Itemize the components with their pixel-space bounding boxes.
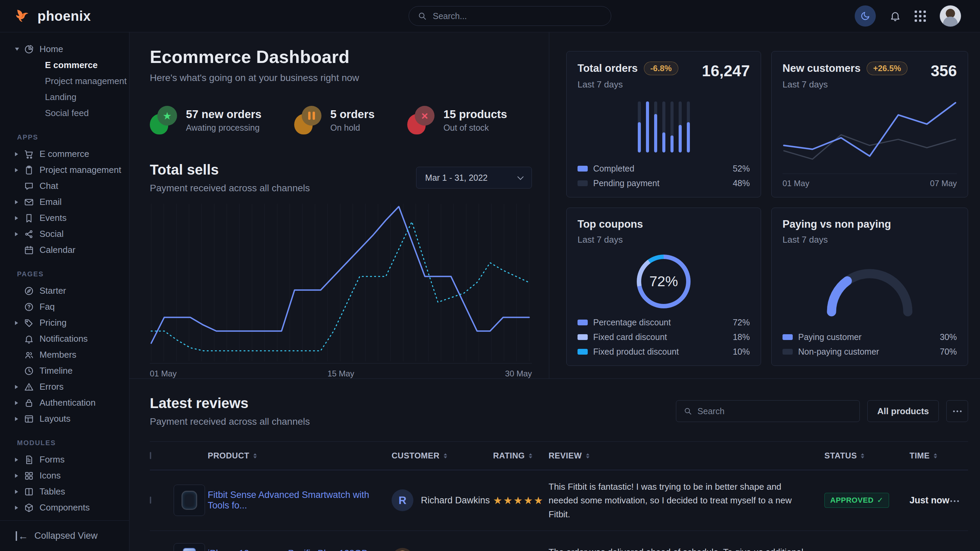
legend-nonpaying-customer: Non-paying customer 70% xyxy=(783,347,957,357)
order-bar xyxy=(662,102,665,152)
column-status[interactable]: STATUS xyxy=(824,451,910,460)
chevron-right-icon xyxy=(15,216,18,220)
row-menu-icon[interactable] xyxy=(950,500,959,502)
collapse-sidebar-button[interactable]: ← Collapsed View xyxy=(0,520,129,551)
check-icon: ✓ xyxy=(877,496,883,505)
sidebar-item-members[interactable]: Members xyxy=(0,347,129,363)
ellipsis-icon xyxy=(953,410,962,412)
sidebar-item-events[interactable]: Events xyxy=(0,210,129,226)
paying-gauge-chart xyxy=(783,245,957,332)
legend-fixed-product-discount: Fixed product discount 10% xyxy=(578,347,750,357)
sidebar-item-calendar[interactable]: Calendar xyxy=(0,242,129,258)
product-thumbnail-iphone[interactable] xyxy=(173,543,205,551)
nine-dots-icon xyxy=(915,11,926,22)
date-range-select[interactable]: Mar 1 - 31, 2022 xyxy=(416,167,532,189)
sidebar-item-home[interactable]: Home xyxy=(0,41,129,57)
chevron-right-icon xyxy=(15,417,18,421)
order-bar xyxy=(670,102,673,152)
sidebar-item-pricing[interactable]: Pricing xyxy=(0,315,129,331)
star-icon: ★ xyxy=(163,110,172,122)
sidebar-subitem-project-management[interactable]: Project management xyxy=(0,73,129,89)
search-icon xyxy=(418,11,427,21)
chevron-right-icon xyxy=(15,168,18,172)
reviews-search-input[interactable] xyxy=(697,407,852,416)
legend-completed: Completed 52% xyxy=(578,164,750,173)
chevron-right-icon xyxy=(15,232,18,236)
column-time[interactable]: TIME xyxy=(910,451,950,460)
share-icon xyxy=(24,229,34,239)
lock-icon xyxy=(24,398,34,408)
chevron-down-icon xyxy=(517,173,523,180)
sidebar-item-components[interactable]: Components xyxy=(0,500,129,516)
reviews-table: PRODUCT CUSTOMER RATING REVIEW xyxy=(150,441,968,551)
sidebar-item-starter[interactable]: Starter xyxy=(0,283,129,299)
column-product[interactable]: PRODUCT xyxy=(208,451,391,460)
product-link[interactable]: iPhone 13 pro max-Pacific Blue-128GB sto… xyxy=(208,548,391,551)
order-bar xyxy=(646,102,649,152)
brand[interactable]: phoenix xyxy=(14,7,91,25)
sidebar-subitem-ecommerce[interactable]: E commerce xyxy=(0,57,129,73)
customer-cell[interactable]: Ashley Garrett xyxy=(391,548,493,551)
all-products-button[interactable]: All products xyxy=(867,400,939,422)
orders-bar-chart xyxy=(638,102,690,152)
column-review[interactable]: REVIEW xyxy=(549,451,824,460)
row-checkbox[interactable] xyxy=(150,497,151,504)
new-orders-icon: ★ xyxy=(150,106,177,135)
apps-grid-button[interactable] xyxy=(915,11,926,22)
sidebar-item-social[interactable]: Social xyxy=(0,226,129,242)
customer-cell[interactable]: R Richard Dawkins xyxy=(391,489,493,511)
product-thumbnail-smartwatch[interactable] xyxy=(173,484,205,516)
reviews-search[interactable] xyxy=(676,400,860,422)
notifications-button[interactable] xyxy=(889,10,901,22)
sidebar-item-authentication[interactable]: Authentication xyxy=(0,395,129,411)
more-options-button[interactable] xyxy=(946,400,968,422)
sort-icon xyxy=(586,453,589,459)
reviews-subtitle: Payment received across all channels xyxy=(150,416,310,427)
sidebar-item-forms[interactable]: Forms xyxy=(0,452,129,468)
search-input[interactable] xyxy=(433,11,602,21)
sidebar-item-notifications[interactable]: Notifications xyxy=(0,331,129,347)
sidebar-item-layouts[interactable]: Layouts xyxy=(0,411,129,427)
column-customer[interactable]: CUSTOMER xyxy=(391,451,493,460)
legend-percentage-discount: Percentage discount 72% xyxy=(578,318,750,327)
chat-bubble-icon xyxy=(24,181,34,191)
sidebar-item-errors[interactable]: Errors xyxy=(0,379,129,395)
clock-icon xyxy=(24,366,34,376)
sidebar-item-chat[interactable]: Chat xyxy=(0,178,129,194)
users-icon xyxy=(24,350,34,360)
legend-pending-payment: Pending payment 48% xyxy=(578,178,750,188)
chevron-right-icon xyxy=(15,506,18,510)
sidebar-item-label: Home xyxy=(40,44,63,54)
product-link[interactable]: Fitbit Sense Advanced Smartwatch with To… xyxy=(208,490,391,511)
review-text: This Fitbit is fantastic! I was trying t… xyxy=(549,470,824,530)
global-search[interactable] xyxy=(409,6,611,26)
column-rating[interactable]: RATING xyxy=(493,451,549,460)
order-bar xyxy=(654,102,657,152)
sort-icon xyxy=(861,453,864,459)
sidebar-item-email[interactable]: Email xyxy=(0,194,129,210)
sidebar-section-apps: APPS xyxy=(0,133,129,141)
sidebar-item-tables[interactable]: Tables xyxy=(0,484,129,500)
select-all-checkbox[interactable] xyxy=(150,452,151,459)
chevron-right-icon xyxy=(15,200,18,204)
sidebar-item-icons[interactable]: Icons xyxy=(0,468,129,484)
sidebar-section-modules: MODULES xyxy=(0,439,129,447)
sidebar-item-faq[interactable]: Faq xyxy=(0,299,129,315)
sidebar-item-project-management[interactable]: Project management xyxy=(0,162,129,178)
main-content: Ecommerce Dashboard Here's what's going … xyxy=(129,32,980,551)
sidebar-subitem-social-feed[interactable]: Social feed xyxy=(0,105,129,121)
stat-orders-on-hold: 5 orders On hold xyxy=(294,106,375,135)
sort-icon xyxy=(934,453,937,459)
sidebar-item-timeline[interactable]: Timeline xyxy=(0,363,129,379)
cross-icon: × xyxy=(421,110,428,122)
envelope-icon xyxy=(24,197,34,207)
chevron-right-icon xyxy=(15,490,18,494)
sidebar-item-ecommerce[interactable]: E commerce xyxy=(0,146,129,162)
chevron-down-icon xyxy=(15,48,19,51)
sidebar: Home E commerce Project management Landi… xyxy=(0,32,129,551)
sort-icon xyxy=(529,453,532,459)
profile-avatar[interactable] xyxy=(939,5,961,27)
theme-toggle-button[interactable] xyxy=(855,5,876,27)
sidebar-subitem-landing[interactable]: Landing xyxy=(0,89,129,105)
chevron-right-icon xyxy=(15,152,18,156)
